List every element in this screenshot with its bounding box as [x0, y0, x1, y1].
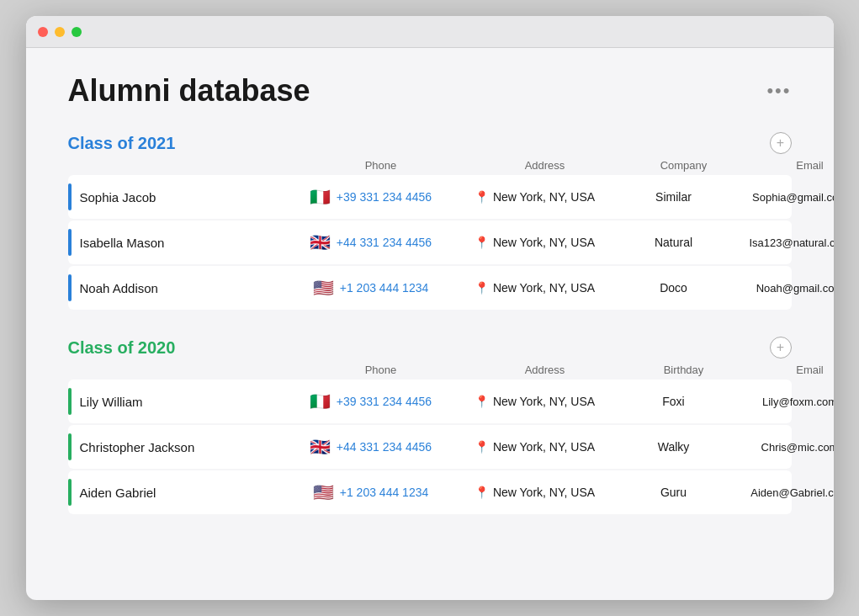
person-name: Noah Addison	[80, 281, 158, 295]
person-name: Lily William	[80, 395, 143, 409]
birthday-cell: Foxi	[623, 395, 724, 408]
phone-cell: 🇮🇹+39 331 234 4456	[295, 391, 447, 412]
table-row: Isabella Mason🇬🇧+44 331 234 4456📍New Yor…	[68, 220, 792, 264]
phone-number[interactable]: +1 203 444 1234	[340, 281, 429, 295]
address-cell: 📍New York, NY, USA	[447, 281, 623, 295]
close-button[interactable]	[38, 27, 48, 37]
table-rows-class2020: Lily William🇮🇹+39 331 234 4456📍New York,…	[68, 380, 792, 514]
person-name: Isabella Mason	[80, 236, 165, 250]
address-cell: 📍New York, NY, USA	[447, 486, 623, 499]
phone-cell: 🇮🇹+39 331 234 4456	[295, 187, 447, 207]
table-row: Noah Addison🇺🇸+1 203 444 1234📍New York, …	[68, 266, 792, 310]
email-cell: Noah@gmail.com	[724, 282, 834, 295]
app-window: Alumni database ••• Class of 2021+PhoneA…	[26, 16, 834, 600]
add-row-button-class2021[interactable]: +	[770, 132, 792, 154]
company-cell: Doco	[623, 281, 724, 295]
company-cell: Similar	[623, 190, 724, 204]
table-row: Sophia Jacob🇮🇹+39 331 234 4456📍New York,…	[68, 175, 792, 219]
email-cell: Lily@foxm.com	[724, 396, 834, 408]
address-text: New York, NY, USA	[493, 236, 595, 249]
email-cell: Aiden@Gabriel.com	[724, 486, 834, 499]
email-cell: Chris@mic.com	[724, 441, 834, 454]
col-header-class2021-4: Email	[734, 159, 834, 172]
col-header-class2021-0	[78, 159, 305, 172]
sections-container: Class of 2021+PhoneAddressCompanyEmailSo…	[68, 132, 792, 514]
section-title-class2020: Class of 2020	[68, 338, 176, 358]
phone-cell: 🇬🇧+44 331 234 4456	[295, 232, 447, 252]
person-name: Christopher Jackson	[80, 440, 195, 454]
col-header-class2020-2: Address	[457, 364, 634, 376]
name-cell: Noah Addison	[68, 274, 295, 301]
phone-number[interactable]: +39 331 234 4456	[337, 190, 432, 204]
country-flag-icon: 🇮🇹	[310, 187, 331, 207]
email-cell: Isa123@natural.com	[724, 236, 834, 249]
location-pin-icon: 📍	[475, 440, 489, 454]
location-pin-icon: 📍	[475, 281, 489, 295]
col-headers-class2021: PhoneAddressCompanyEmail	[68, 159, 792, 175]
row-accent-bar	[68, 183, 72, 210]
email-cell: Sophia@gmail.com	[724, 191, 834, 204]
address-text: New York, NY, USA	[493, 281, 595, 295]
location-pin-icon: 📍	[475, 236, 489, 249]
person-name: Sophia Jacob	[80, 190, 156, 204]
phone-number[interactable]: +1 203 444 1234	[340, 486, 429, 499]
row-accent-bar	[68, 229, 72, 256]
phone-cell: 🇺🇸+1 203 444 1234	[295, 278, 447, 298]
page-title: Alumni database	[68, 73, 310, 109]
row-accent-bar	[68, 274, 72, 301]
col-header-class2021-2: Address	[457, 159, 634, 172]
section-header-class2020: Class of 2020+	[68, 337, 792, 358]
location-pin-icon: 📍	[475, 190, 489, 204]
col-header-class2020-0	[78, 364, 305, 376]
country-flag-icon: 🇬🇧	[310, 232, 331, 252]
address-cell: 📍New York, NY, USA	[447, 236, 623, 249]
section-class2021: Class of 2021+PhoneAddressCompanyEmailSo…	[68, 132, 792, 310]
person-name: Aiden Gabriel	[80, 486, 156, 500]
minimize-button[interactable]	[55, 27, 65, 37]
phone-number[interactable]: +44 331 234 4456	[337, 440, 432, 454]
table-rows-class2021: Sophia Jacob🇮🇹+39 331 234 4456📍New York,…	[68, 175, 792, 310]
section-title-class2021: Class of 2021	[68, 134, 176, 153]
phone-cell: 🇺🇸+1 203 444 1234	[295, 482, 447, 502]
row-accent-bar	[68, 388, 72, 415]
col-header-class2021-1: Phone	[305, 159, 457, 172]
row-accent-bar	[68, 433, 72, 460]
section-header-class2021: Class of 2021+	[68, 132, 792, 154]
col-header-class2020-3: Birthday	[634, 364, 734, 376]
col-headers-class2020: PhoneAddressBirthdayEmail	[68, 364, 792, 380]
col-header-class2020-1: Phone	[305, 364, 457, 376]
address-cell: 📍New York, NY, USA	[447, 395, 623, 408]
phone-number[interactable]: +39 331 234 4456	[337, 395, 432, 408]
phone-number[interactable]: +44 331 234 4456	[337, 236, 432, 249]
row-accent-bar	[68, 479, 72, 506]
add-row-button-class2020[interactable]: +	[770, 337, 792, 358]
name-cell: Sophia Jacob	[68, 183, 295, 210]
section-class2020: Class of 2020+PhoneAddressBirthdayEmailL…	[68, 337, 792, 514]
table-row: Aiden Gabriel🇺🇸+1 203 444 1234📍New York,…	[68, 470, 792, 514]
location-pin-icon: 📍	[475, 395, 489, 408]
table-row: Christopher Jackson🇬🇧+44 331 234 4456📍Ne…	[68, 425, 792, 469]
address-text: New York, NY, USA	[493, 440, 595, 454]
phone-cell: 🇬🇧+44 331 234 4456	[295, 437, 447, 457]
titlebar	[26, 16, 834, 48]
country-flag-icon: 🇮🇹	[310, 391, 331, 412]
address-text: New York, NY, USA	[493, 486, 595, 499]
main-content: Alumni database ••• Class of 2021+PhoneA…	[26, 48, 834, 566]
name-cell: Aiden Gabriel	[68, 479, 295, 506]
page-header: Alumni database •••	[68, 73, 792, 109]
address-cell: 📍New York, NY, USA	[447, 440, 623, 454]
col-header-class2020-4: Email	[734, 364, 834, 376]
country-flag-icon: 🇺🇸	[313, 482, 334, 502]
address-text: New York, NY, USA	[493, 190, 595, 204]
country-flag-icon: 🇺🇸	[313, 278, 334, 298]
name-cell: Isabella Mason	[68, 229, 295, 256]
name-cell: Christopher Jackson	[68, 433, 295, 460]
address-text: New York, NY, USA	[493, 395, 595, 408]
birthday-cell: Walky	[623, 440, 724, 454]
col-header-class2021-3: Company	[634, 159, 734, 172]
table-row: Lily William🇮🇹+39 331 234 4456📍New York,…	[68, 380, 792, 423]
name-cell: Lily William	[68, 388, 295, 415]
address-cell: 📍New York, NY, USA	[447, 190, 623, 204]
more-options-button[interactable]: •••	[766, 80, 791, 102]
maximize-button[interactable]	[72, 27, 82, 37]
